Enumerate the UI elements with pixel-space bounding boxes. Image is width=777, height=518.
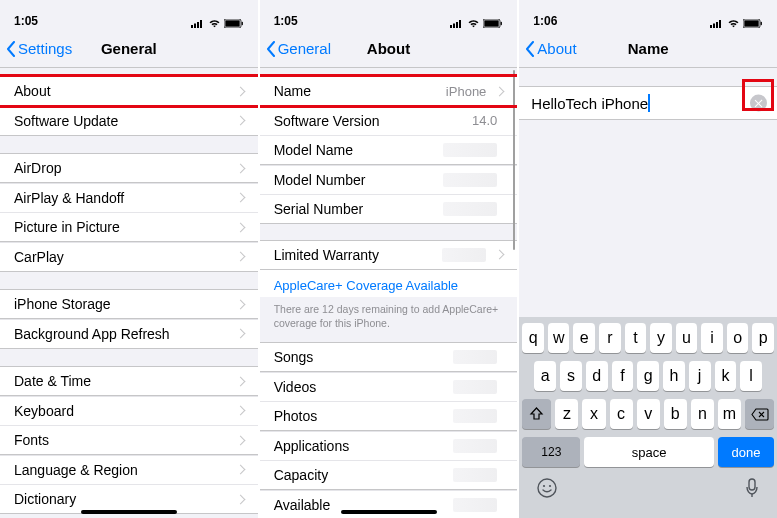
row-model-name[interactable]: Model Name bbox=[260, 135, 518, 165]
key-b[interactable]: b bbox=[664, 399, 687, 429]
key-o[interactable]: o bbox=[727, 323, 749, 353]
battery-icon bbox=[743, 19, 763, 28]
row-label: Songs bbox=[274, 349, 454, 365]
back-button[interactable]: Settings bbox=[6, 40, 72, 57]
row-label: Software Version bbox=[274, 113, 472, 129]
keyboard-bottom-row bbox=[522, 475, 774, 515]
row-applications[interactable]: Applications bbox=[260, 431, 518, 461]
row-label: Limited Warranty bbox=[274, 247, 443, 263]
chevron-right-icon bbox=[495, 250, 505, 260]
chevron-right-icon bbox=[235, 193, 245, 203]
battery-icon bbox=[483, 19, 503, 28]
key-done[interactable]: done bbox=[718, 437, 774, 467]
row-carplay[interactable]: CarPlay bbox=[0, 242, 258, 272]
row-software-update[interactable]: Software Update bbox=[0, 106, 258, 136]
key-d[interactable]: d bbox=[586, 361, 608, 391]
key-t[interactable]: t bbox=[625, 323, 647, 353]
row-label: Videos bbox=[274, 379, 454, 395]
text-cursor bbox=[648, 94, 650, 112]
back-button[interactable]: General bbox=[266, 40, 331, 57]
key-x[interactable]: x bbox=[582, 399, 605, 429]
scrollbar[interactable] bbox=[513, 70, 516, 250]
key-m[interactable]: m bbox=[718, 399, 741, 429]
back-label: General bbox=[278, 40, 331, 57]
page-title: Name bbox=[628, 40, 669, 57]
row-date-time[interactable]: Date & Time bbox=[0, 366, 258, 396]
key-u[interactable]: u bbox=[676, 323, 698, 353]
key-g[interactable]: g bbox=[637, 361, 659, 391]
row-songs[interactable]: Songs bbox=[260, 342, 518, 372]
key-r[interactable]: r bbox=[599, 323, 621, 353]
key-e[interactable]: e bbox=[573, 323, 595, 353]
row-limited-warranty[interactable]: Limited Warranty bbox=[260, 240, 518, 270]
page-title: General bbox=[101, 40, 157, 57]
row-model-number[interactable]: Model Number bbox=[260, 165, 518, 195]
home-indicator[interactable] bbox=[81, 510, 177, 514]
redacted-value bbox=[453, 350, 497, 364]
back-label: About bbox=[537, 40, 576, 57]
back-button[interactable]: About bbox=[525, 40, 576, 57]
row-airdrop[interactable]: AirDrop bbox=[0, 153, 258, 183]
key-123[interactable]: 123 bbox=[522, 437, 580, 467]
svg-rect-2 bbox=[197, 22, 199, 28]
signal-icon bbox=[450, 19, 464, 28]
row-photos[interactable]: Photos bbox=[260, 401, 518, 431]
dictation-icon[interactable] bbox=[744, 477, 760, 499]
emoji-icon[interactable] bbox=[536, 477, 558, 499]
row-capacity[interactable]: Capacity bbox=[260, 460, 518, 490]
row-about[interactable]: About bbox=[0, 76, 258, 106]
key-h[interactable]: h bbox=[663, 361, 685, 391]
row-language-region[interactable]: Language & Region bbox=[0, 455, 258, 485]
key-c[interactable]: c bbox=[610, 399, 633, 429]
key-w[interactable]: w bbox=[548, 323, 570, 353]
home-indicator[interactable] bbox=[341, 510, 437, 514]
screen-name: 1:06 About Name HelloTech iPhone q w e bbox=[519, 0, 777, 518]
row-picture-in-picture[interactable]: Picture in Picture bbox=[0, 212, 258, 242]
status-bar: 1:05 bbox=[260, 0, 518, 30]
key-i[interactable]: i bbox=[701, 323, 723, 353]
redacted-value bbox=[453, 439, 497, 453]
row-software-version[interactable]: Software Version 14.0 bbox=[260, 106, 518, 136]
redacted-value bbox=[453, 468, 497, 482]
key-a[interactable]: a bbox=[534, 361, 556, 391]
key-l[interactable]: l bbox=[740, 361, 762, 391]
chevron-right-icon bbox=[235, 465, 245, 475]
key-space[interactable]: space bbox=[584, 437, 714, 467]
row-videos[interactable]: Videos bbox=[260, 372, 518, 402]
key-p[interactable]: p bbox=[752, 323, 774, 353]
key-k[interactable]: k bbox=[715, 361, 737, 391]
row-background-app-refresh[interactable]: Background App Refresh bbox=[0, 319, 258, 349]
row-iphone-storage[interactable]: iPhone Storage bbox=[0, 289, 258, 319]
redacted-value bbox=[443, 143, 497, 157]
signal-icon bbox=[191, 19, 205, 28]
key-f[interactable]: f bbox=[612, 361, 634, 391]
row-value: 14.0 bbox=[472, 113, 497, 128]
row-label: Picture in Picture bbox=[14, 219, 233, 235]
row-label: Background App Refresh bbox=[14, 326, 233, 342]
key-j[interactable]: j bbox=[689, 361, 711, 391]
key-n[interactable]: n bbox=[691, 399, 714, 429]
redacted-value bbox=[443, 202, 497, 216]
name-input-row[interactable]: HelloTech iPhone bbox=[519, 86, 777, 120]
svg-rect-14 bbox=[710, 25, 712, 28]
row-fonts[interactable]: Fonts bbox=[0, 425, 258, 455]
row-airplay-handoff[interactable]: AirPlay & Handoff bbox=[0, 183, 258, 213]
row-serial-number[interactable]: Serial Number bbox=[260, 194, 518, 224]
key-s[interactable]: s bbox=[560, 361, 582, 391]
row-name[interactable]: Name iPhone bbox=[260, 76, 518, 106]
key-z[interactable]: z bbox=[555, 399, 578, 429]
key-backspace[interactable] bbox=[745, 399, 774, 429]
chevron-right-icon bbox=[235, 86, 245, 96]
row-keyboard[interactable]: Keyboard bbox=[0, 396, 258, 426]
key-q[interactable]: q bbox=[522, 323, 544, 353]
status-bar: 1:05 bbox=[0, 0, 258, 30]
applecare-link[interactable]: AppleCare+ Coverage Available bbox=[260, 269, 518, 297]
keyboard-row-2: a s d f g h j k l bbox=[522, 361, 774, 391]
key-shift[interactable] bbox=[522, 399, 551, 429]
svg-rect-9 bbox=[456, 22, 458, 28]
nav-bar: General About bbox=[260, 30, 518, 68]
name-input-value: HelloTech iPhone bbox=[531, 95, 648, 112]
key-v[interactable]: v bbox=[637, 399, 660, 429]
svg-rect-6 bbox=[241, 22, 242, 25]
key-y[interactable]: y bbox=[650, 323, 672, 353]
